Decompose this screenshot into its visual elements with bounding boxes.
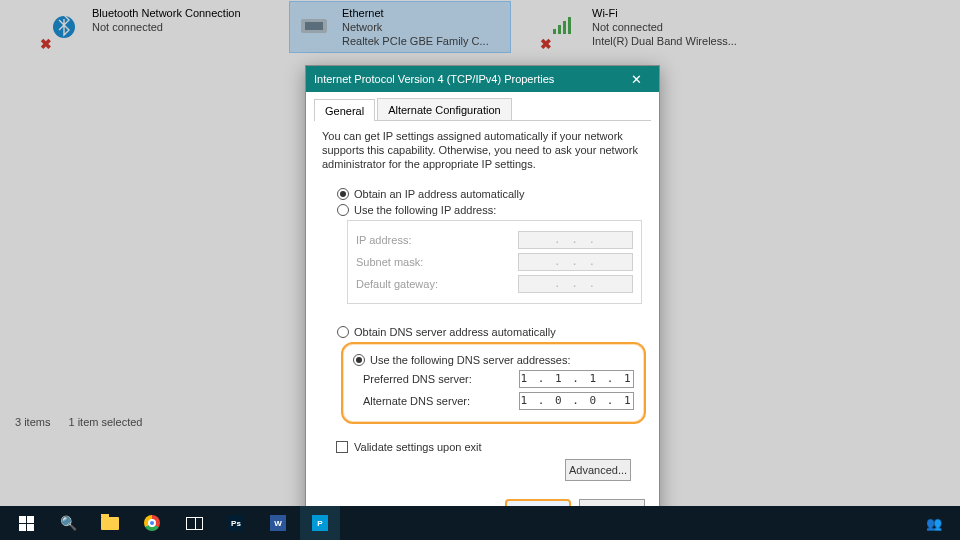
input-alternate-dns[interactable]: 1 . 0 . 0 . 1 <box>519 392 634 410</box>
radio-dns-manual[interactable]: Use the following DNS server addresses: <box>353 354 634 366</box>
radio-icon <box>337 204 349 216</box>
taskbar-chrome[interactable] <box>132 506 172 540</box>
svg-rect-2 <box>305 22 323 30</box>
radio-icon <box>337 326 349 338</box>
input-subnet-mask: . . . <box>518 253 633 271</box>
checkbox-validate[interactable]: Validate settings upon exit <box>336 441 643 453</box>
checkbox-icon <box>336 441 348 453</box>
taskbar-photoshop[interactable]: Ps <box>216 506 256 540</box>
adapter-name: Wi-Fi <box>592 6 737 20</box>
adapter-device: Realtek PCIe GBE Family C... <box>342 34 489 48</box>
adapter-name: Bluetooth Network Connection <box>92 6 241 20</box>
svg-rect-4 <box>558 25 561 34</box>
error-icon: ✖ <box>540 36 554 50</box>
label-alternate-dns: Alternate DNS server: <box>363 395 519 407</box>
input-default-gateway: . . . <box>518 275 633 293</box>
adapter-status: Not connected <box>592 20 737 34</box>
label-subnet: Subnet mask: <box>356 256 518 268</box>
adapter-ethernet[interactable]: Ethernet Network Realtek PCIe GBE Family… <box>290 2 510 52</box>
wifi-icon <box>550 15 578 39</box>
advanced-button[interactable]: Advanced... <box>565 459 631 481</box>
label-gateway: Default gateway: <box>356 278 518 290</box>
status-bar: 3 items1 item selected <box>15 416 142 428</box>
tab-general[interactable]: General <box>314 99 375 121</box>
radio-icon <box>337 188 349 200</box>
input-ip-address: . . . <box>518 231 633 249</box>
ipv4-properties-dialog: Internet Protocol Version 4 (TCP/IPv4) P… <box>305 65 660 534</box>
start-button[interactable] <box>6 506 46 540</box>
error-icon: ✖ <box>40 36 54 50</box>
radio-ip-manual[interactable]: Use the following IP address: <box>337 204 642 216</box>
adapter-name: Ethernet <box>342 6 489 20</box>
taskbar: 🔍 Ps W P 👥 <box>0 506 960 540</box>
taskbar-file-explorer[interactable] <box>90 506 130 540</box>
tab-alternate-config[interactable]: Alternate Configuration <box>377 98 512 120</box>
dialog-title: Internet Protocol Version 4 (TCP/IPv4) P… <box>314 73 621 85</box>
label-ip: IP address: <box>356 234 518 246</box>
adapter-status: Network <box>342 20 489 34</box>
radio-ip-auto[interactable]: Obtain an IP address automatically <box>337 188 642 200</box>
dns-highlight: Use the following DNS server addresses: … <box>341 342 646 424</box>
ethernet-icon <box>297 15 331 39</box>
taskbar-publisher[interactable]: P <box>300 506 340 540</box>
radio-dns-auto[interactable]: Obtain DNS server address automatically <box>337 326 642 338</box>
taskbar-taskview[interactable] <box>174 506 214 540</box>
bluetooth-icon <box>50 13 78 41</box>
close-icon[interactable]: ✕ <box>621 72 651 87</box>
tray-people-icon[interactable]: 👥 <box>914 506 954 540</box>
svg-rect-6 <box>568 17 571 34</box>
input-preferred-dns[interactable]: 1 . 1 . 1 . 1 <box>519 370 634 388</box>
svg-rect-5 <box>563 21 566 34</box>
taskbar-word[interactable]: W <box>258 506 298 540</box>
intro-text: You can get IP settings assigned automat… <box>322 129 643 171</box>
search-icon[interactable]: 🔍 <box>48 506 88 540</box>
adapter-device: Intel(R) Dual Band Wireless... <box>592 34 737 48</box>
adapter-wifi[interactable]: ✖ Wi-Fi Not connected Intel(R) Dual Band… <box>540 2 760 52</box>
svg-rect-3 <box>553 29 556 34</box>
label-preferred-dns: Preferred DNS server: <box>363 373 519 385</box>
radio-icon <box>353 354 365 366</box>
adapter-bluetooth[interactable]: ✖ Bluetooth Network Connection Not conne… <box>40 2 260 52</box>
adapter-status: Not connected <box>92 20 241 34</box>
